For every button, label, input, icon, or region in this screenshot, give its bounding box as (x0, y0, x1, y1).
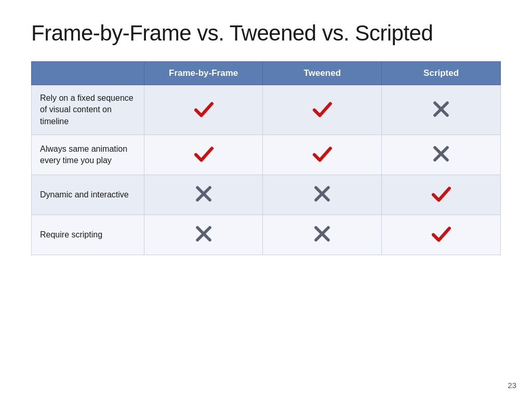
cell-col1 (144, 175, 263, 215)
cell-col3 (382, 175, 501, 215)
header-frame-by-frame: Frame-by-Frame (144, 62, 263, 85)
cell-col1 (144, 215, 263, 255)
slide-title: Frame-by-Frame vs. Tweened vs. Scripted (31, 21, 501, 46)
cell-col2 (263, 85, 382, 135)
slide-number: 23 (508, 381, 516, 390)
row-label: Dynamic and interactive (32, 175, 144, 215)
cell-col3 (382, 215, 501, 255)
table-row: Dynamic and interactive (32, 175, 501, 215)
table-row: Always same animation every time you pla… (32, 135, 501, 175)
row-label: Rely on a fixed sequence of visual conte… (32, 85, 144, 135)
table-row: Rely on a fixed sequence of visual conte… (32, 85, 501, 135)
header-tweened: Tweened (263, 62, 382, 85)
table-row: Require scripting (32, 215, 501, 255)
cell-col3 (382, 85, 501, 135)
comparison-table: Frame-by-Frame Tweened Scripted Rely on … (31, 61, 501, 255)
cell-col2 (263, 215, 382, 255)
row-label: Require scripting (32, 215, 144, 255)
header-empty (32, 62, 144, 85)
slide: Frame-by-Frame vs. Tweened vs. Scripted … (0, 0, 532, 399)
cell-col3 (382, 135, 501, 175)
cell-col2 (263, 175, 382, 215)
table-header-row: Frame-by-Frame Tweened Scripted (32, 62, 501, 85)
header-scripted: Scripted (382, 62, 501, 85)
row-label: Always same animation every time you pla… (32, 135, 144, 175)
cell-col1 (144, 85, 263, 135)
cell-col1 (144, 135, 263, 175)
cell-col2 (263, 135, 382, 175)
